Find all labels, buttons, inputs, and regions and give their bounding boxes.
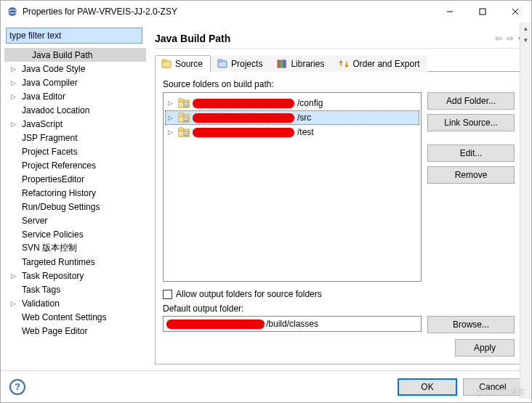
add-folder-button[interactable]: Add Folder... [427, 92, 515, 110]
nav-item[interactable]: Task Tags [4, 282, 146, 296]
forward-icon[interactable]: ⇨ [507, 33, 514, 44]
nav-item[interactable]: SVN 版本控制 [4, 241, 146, 255]
tab-order[interactable]: Order and Export [332, 55, 427, 72]
scroll-down-icon[interactable]: ▾ [520, 34, 531, 46]
expand-icon[interactable]: ▷ [9, 299, 17, 308]
help-icon[interactable]: ? [9, 379, 25, 395]
nav-item[interactable]: Service Policies [4, 227, 146, 241]
default-output-field[interactable]: /build/classes [163, 316, 422, 332]
remove-button[interactable]: Remove [427, 166, 515, 184]
nav-item[interactable]: ▷Validation [4, 296, 146, 310]
nav-tree[interactable]: Java Build Path▷Java Code Style▷Java Com… [4, 46, 146, 367]
nav-item[interactable]: ▷Task Repository [4, 269, 146, 282]
maximize-button[interactable] [466, 1, 499, 23]
scrollbar[interactable]: ▴ ▾ [520, 23, 531, 399]
tab-projects[interactable]: Projects [211, 55, 270, 72]
source-folder-path: /src [297, 113, 311, 123]
svg-rect-24 [178, 128, 183, 131]
nav-item[interactable]: PropertiesEditor [4, 172, 146, 186]
nav-item[interactable]: ▷JavaScript [4, 117, 146, 131]
titlebar: Properties for PAW-VRVEIS-JJ-2.0-ZSY [1, 1, 531, 23]
nav-item-label: Validation [19, 298, 63, 309]
nav-item[interactable]: ▷Java Code Style [4, 62, 146, 76]
back-icon[interactable]: ⇦ [495, 33, 502, 44]
nav-item-label: Web Content Settings [19, 312, 110, 323]
nav-item[interactable]: Targeted Runtimes [4, 255, 146, 269]
nav-item-label: Targeted Runtimes [19, 256, 98, 268]
eclipse-icon [7, 6, 18, 17]
nav-item[interactable]: Javadoc Location [4, 103, 146, 117]
expand-icon[interactable]: ▷ [9, 272, 17, 280]
package-folder-icon [178, 127, 190, 137]
nav-item-label: Refactoring History [19, 187, 99, 199]
expand-icon[interactable]: ▷ [168, 114, 175, 121]
expand-icon[interactable]: ▷ [9, 65, 17, 73]
package-folder-icon [178, 113, 190, 123]
nav-item[interactable]: ▷Java Editor [4, 89, 146, 103]
link-source-button[interactable]: Link Source... [427, 114, 515, 131]
tab-panel-source: Source folders on build path: ▷/config▷/… [155, 72, 523, 365]
nav-item-label: Java Compiler [19, 77, 81, 89]
page-title: Java Build Path [155, 33, 495, 44]
tab-libraries[interactable]: Libraries [270, 55, 332, 72]
nav-item[interactable]: ▷Java Compiler [4, 76, 146, 89]
apply-button[interactable]: Apply [455, 339, 515, 357]
redacted-text [193, 99, 294, 108]
nav-item-label: PropertiesEditor [19, 174, 87, 185]
source-folder-item[interactable]: ▷/config [165, 96, 419, 110]
expand-icon[interactable]: ▷ [9, 120, 17, 129]
nav-item-label: Web Page Editor [19, 325, 91, 337]
expand-icon[interactable]: ▷ [9, 78, 17, 87]
source-folder-path: /test [297, 127, 314, 137]
nav-item-label: Server [19, 215, 50, 227]
nav-item-label: JavaScript [19, 118, 65, 130]
svg-rect-12 [283, 60, 286, 68]
tab-label: Source [175, 59, 203, 69]
nav-item-label: Java Build Path [29, 49, 95, 61]
filter-input[interactable] [6, 28, 142, 44]
svg-rect-3 [480, 9, 485, 15]
redacted-text [166, 319, 265, 329]
default-output-suffix: /build/classes [266, 319, 318, 329]
nav-item[interactable]: JSP Fragment [4, 131, 146, 144]
scroll-up-icon[interactable]: ▴ [520, 23, 531, 34]
nav-item[interactable]: Web Page Editor [4, 324, 146, 338]
browse-button[interactable]: Browse... [427, 316, 515, 333]
expand-icon[interactable]: ▷ [168, 129, 175, 136]
sidebar: Java Build Path▷Java Code Style▷Java Com… [1, 23, 146, 370]
expand-icon[interactable]: ▷ [9, 92, 17, 101]
minimize-button[interactable] [433, 1, 466, 23]
svg-rect-10 [278, 60, 280, 68]
ok-button[interactable]: OK [398, 378, 457, 396]
redacted-text [193, 128, 294, 137]
tab-label: Libraries [291, 59, 324, 69]
nav-item-label: Java Code Style [19, 63, 88, 75]
redacted-text [193, 113, 294, 123]
svg-rect-16 [185, 104, 188, 105]
source-folder-item[interactable]: ▷/src [165, 110, 419, 125]
allow-output-checkbox[interactable] [163, 290, 172, 299]
nav-item[interactable]: Project Facets [4, 144, 146, 158]
allow-output-label: Allow output folders for source folders [176, 289, 322, 299]
tab-label: Projects [231, 59, 262, 69]
source-folder-item[interactable]: ▷/test [165, 125, 419, 139]
tab-source[interactable]: Source [155, 55, 211, 72]
nav-item[interactable]: Web Content Settings [4, 310, 146, 324]
nav-item-label: Javadoc Location [19, 105, 92, 116]
libraries-icon [277, 59, 287, 69]
close-button[interactable] [499, 1, 531, 23]
nav-item[interactable]: Java Build Path [4, 48, 146, 62]
edit-button[interactable]: Edit... [427, 144, 515, 162]
svg-rect-11 [281, 60, 283, 68]
nav-item[interactable]: Run/Debug Settings [4, 200, 146, 213]
nav-item[interactable]: Server [4, 213, 146, 227]
nav-item[interactable]: Project References [4, 158, 146, 172]
source-folders-tree[interactable]: ▷/config▷/src▷/test [163, 92, 422, 282]
nav-item[interactable]: Refactoring History [4, 186, 146, 200]
expand-icon[interactable]: ▷ [168, 99, 175, 107]
watermark: @51CTO博客 [476, 387, 525, 398]
svg-rect-7 [162, 60, 166, 62]
source-folders-label: Source folders on build path: [163, 79, 515, 89]
nav-item-label: Service Policies [19, 229, 86, 240]
nav-item-label: Project References [19, 160, 99, 171]
